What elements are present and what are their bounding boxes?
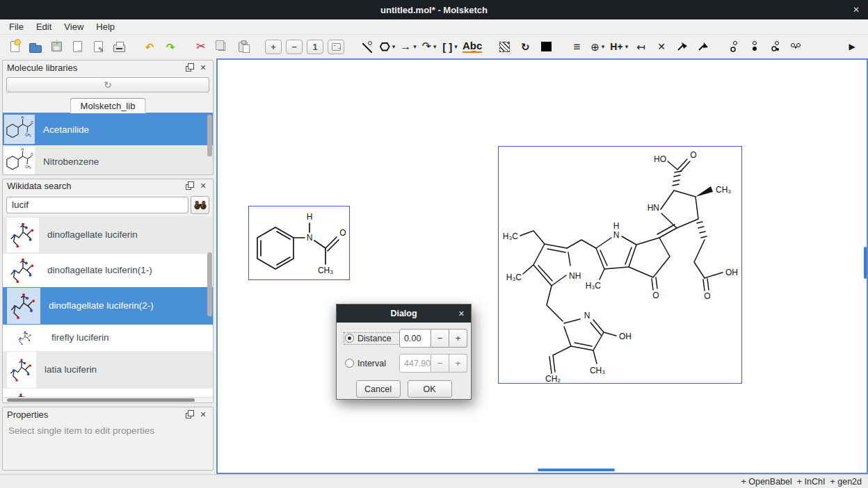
open-button[interactable] (27, 38, 44, 56)
menu-help[interactable]: Help (90, 20, 121, 33)
library-vertical-scrollbar[interactable] (207, 115, 212, 156)
mechanism-arrow-button[interactable]: ↷▾ (421, 38, 437, 56)
zoom-out-button[interactable]: − (286, 40, 303, 54)
wikidata-search-button[interactable] (191, 196, 209, 214)
text-tool-button[interactable]: Abc (463, 38, 482, 56)
flip-vertical-button[interactable] (695, 38, 712, 56)
luciferin-selection-box[interactable]: HN HO O CH₃ H N H₃C H₃C NH H₃C O OH O N … (498, 146, 742, 384)
canvas-vertical-scrollbar[interactable] (864, 247, 867, 279)
zoom-original-icon: 1 (312, 42, 317, 51)
rotate-button[interactable]: ↻ (517, 38, 533, 56)
undo-button[interactable]: ↶ (141, 38, 158, 56)
distance-radio[interactable]: Distance (345, 334, 399, 343)
left-dock: Molecule libraries ✕ ↻ Molsketch_lib HOC… (0, 58, 216, 474)
color-picker-icon (541, 42, 552, 51)
brackets-dropdown-icon[interactable]: ▾ (454, 43, 458, 50)
wikidata-horizontal-scrollbar[interactable] (3, 397, 213, 402)
print-icon (113, 42, 125, 52)
dialog-close-icon[interactable]: ✕ (458, 304, 465, 323)
line-width-button[interactable]: ≡ (568, 38, 585, 56)
distance-increment-button[interactable]: + (449, 329, 467, 348)
save-as-button[interactable] (69, 38, 86, 56)
dialog-window[interactable]: Dialog ✕ Distance 0.00 − + Interval 447.… (336, 304, 472, 400)
tab-molsketch-lib[interactable]: Molsketch_lib (70, 98, 146, 113)
delete-tool-button[interactable]: ✕ (653, 38, 670, 56)
menu-file[interactable]: File (3, 20, 30, 33)
redo-button[interactable]: ↷ (162, 38, 179, 56)
libraries-float-button[interactable] (184, 62, 195, 73)
libraries-close-button[interactable]: ✕ (198, 62, 209, 73)
print-button[interactable] (111, 38, 127, 56)
library-item-nitrobenzene[interactable]: HOCH₃Nitrobenzene (3, 145, 213, 174)
libraries-refresh-button[interactable]: ↻ (6, 77, 209, 92)
wikidata-search-row: lucif (3, 193, 213, 216)
charge-dropdown-icon[interactable]: ▾ (602, 43, 605, 50)
zoom-in-button[interactable]: + (265, 40, 282, 54)
paste-button[interactable] (234, 38, 251, 56)
cancel-button[interactable]: Cancel (356, 380, 401, 398)
properties-float-button[interactable] (184, 409, 195, 420)
wikidata-result-4[interactable]: latia luciferin (3, 351, 213, 389)
align-left-button[interactable] (767, 38, 784, 56)
title-bar[interactable]: untitled.mol* - Molsketch ✕ (0, 0, 868, 19)
wikidata-float-button[interactable] (184, 181, 195, 192)
align-bottom-button[interactable] (725, 38, 742, 56)
wikidata-vertical-scrollbar[interactable] (207, 252, 212, 316)
atom-label: H₃C (586, 281, 602, 291)
cut-button[interactable]: ✂ (193, 38, 209, 56)
hydrogen-button[interactable]: H+▾ (610, 38, 628, 56)
window-close-icon[interactable]: ✕ (853, 0, 860, 19)
distance-decrement-button[interactable]: − (431, 329, 449, 348)
acetanilide-molecule[interactable]: H N O CH₃ (249, 206, 351, 281)
menu-view[interactable]: View (58, 20, 90, 33)
reaction-arrow-button[interactable]: →▾ (400, 38, 417, 56)
zoom-original-button[interactable]: 1 (307, 40, 323, 54)
draw-bond-button[interactable] (358, 38, 375, 56)
wikidata-result-1[interactable]: dinoflagellate luciferin(1-) (3, 254, 213, 287)
save-button[interactable] (48, 38, 65, 56)
interval-decrement-button[interactable]: − (431, 354, 449, 373)
luciferin-molecule[interactable]: HN HO O CH₃ H N H₃C H₃C NH H₃C O OH O N … (499, 147, 743, 384)
color-picker-button[interactable] (538, 38, 554, 56)
mechanism-arrow-dropdown-icon[interactable]: ▾ (433, 43, 437, 50)
canvas-horizontal-scrollbar[interactable] (538, 469, 615, 471)
zoom-fit-button[interactable] (328, 40, 344, 54)
interval-value-field[interactable]: 447.90 (399, 354, 431, 373)
wikidata-result-partial[interactable] (3, 389, 213, 397)
atom-label: CH₂ (545, 374, 561, 384)
radio-icon[interactable] (345, 334, 354, 343)
wikidata-hscroll-thumb[interactable] (7, 398, 195, 402)
distance-value-field[interactable]: 0.00 (399, 329, 431, 348)
align-horizontal-button[interactable] (788, 38, 805, 56)
ring-button[interactable]: ▾ (379, 38, 396, 56)
dialog-title-bar[interactable]: Dialog ✕ (337, 304, 471, 323)
properties-close-button[interactable]: ✕ (198, 409, 209, 420)
toolbar-extension-button[interactable]: ▶ (844, 38, 860, 56)
reaction-arrow-dropdown-icon[interactable]: ▾ (413, 43, 417, 50)
interval-radio[interactable]: Interval (345, 359, 399, 368)
flip-horizontal-button[interactable] (674, 38, 691, 56)
drawing-canvas[interactable]: H N O CH₃ (216, 58, 868, 474)
new-file-button[interactable] (6, 38, 23, 56)
hydrogen-dropdown-icon[interactable]: ▾ (625, 43, 629, 50)
ok-button[interactable]: OK (408, 380, 452, 398)
interval-increment-button[interactable]: + (449, 354, 467, 373)
wikidata-close-button[interactable]: ✕ (198, 181, 209, 192)
wikidata-result-2[interactable]: dinoflagellate luciferin(2-) (3, 287, 213, 325)
wikidata-result-3[interactable]: firefly luciferin (3, 325, 213, 351)
library-item-acetanilide[interactable]: HOCH₃Acetanilide (3, 113, 213, 145)
svg-text:CH₃: CH₃ (25, 133, 31, 137)
electron-flow-button[interactable]: ↤ (632, 38, 649, 56)
acetanilide-selection-box[interactable]: H N O CH₃ (248, 206, 350, 280)
menu-edit[interactable]: Edit (30, 20, 58, 33)
wikidata-result-0[interactable]: dinoflagellate luciferin (3, 216, 213, 254)
ring-dropdown-icon[interactable]: ▾ (392, 43, 396, 50)
charge-button[interactable]: ⊕▾ (589, 38, 606, 56)
export-button[interactable] (90, 38, 106, 56)
align-vertical-button[interactable] (746, 38, 763, 56)
brackets-button[interactable]: [ ]▾ (442, 38, 458, 56)
lasso-button[interactable] (496, 38, 513, 56)
radio-icon[interactable] (345, 359, 354, 368)
copy-button[interactable] (214, 38, 230, 56)
wikidata-search-input[interactable]: lucif (6, 197, 188, 213)
